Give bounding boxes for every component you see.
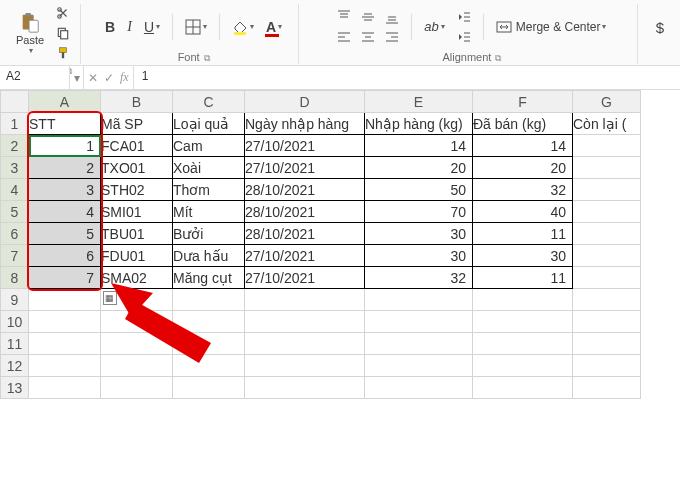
decrease-indent-button[interactable] — [453, 8, 475, 26]
cell-D1[interactable]: Ngày nhập hàng — [245, 113, 365, 135]
bold-button[interactable]: B — [101, 17, 119, 37]
cell-F5[interactable]: 40 — [473, 201, 573, 223]
align-bottom-button[interactable] — [381, 8, 403, 26]
column-header-C[interactable]: C — [173, 91, 245, 113]
name-box[interactable]: A2 — [0, 66, 70, 89]
fill-color-button[interactable]: ▾ — [228, 17, 258, 37]
cell-D12[interactable] — [245, 355, 365, 377]
cell-D5[interactable]: 28/10/2021 — [245, 201, 365, 223]
orientation-button[interactable]: ab▾ — [420, 17, 448, 36]
cell-A3[interactable]: 2 — [29, 157, 101, 179]
cell-D6[interactable]: 28/10/2021 — [245, 223, 365, 245]
cell-G8[interactable] — [573, 267, 641, 289]
cell-F8[interactable]: 11 — [473, 267, 573, 289]
cell-A9[interactable] — [29, 289, 101, 311]
cell-D8[interactable]: 27/10/2021 — [245, 267, 365, 289]
row-header-4[interactable]: 4 — [1, 179, 29, 201]
cell-D9[interactable] — [245, 289, 365, 311]
cell-E4[interactable]: 50 — [365, 179, 473, 201]
cell-F1[interactable]: Đã bán (kg) — [473, 113, 573, 135]
currency-button[interactable]: $ — [652, 17, 668, 38]
dialog-launcher-icon[interactable]: ⧉ — [495, 53, 501, 63]
row-header-3[interactable]: 3 — [1, 157, 29, 179]
font-color-button[interactable]: A ▾ — [262, 17, 286, 37]
row-header-10[interactable]: 10 — [1, 311, 29, 333]
column-header-F[interactable]: F — [473, 91, 573, 113]
cell-B13[interactable] — [101, 377, 173, 399]
align-middle-button[interactable] — [357, 8, 379, 26]
format-painter-button[interactable] — [52, 44, 74, 62]
merge-center-button[interactable]: Merge & Center ▾ — [492, 18, 611, 36]
cell-C8[interactable]: Măng cụt — [173, 267, 245, 289]
cell-B2[interactable]: FCA01 — [101, 135, 173, 157]
cell-B12[interactable] — [101, 355, 173, 377]
row-header-13[interactable]: 13 — [1, 377, 29, 399]
cell-C1[interactable]: Loại quả — [173, 113, 245, 135]
fx-icon[interactable]: fx — [120, 70, 129, 85]
cell-B1[interactable]: Mã SP — [101, 113, 173, 135]
row-header-9[interactable]: 9 — [1, 289, 29, 311]
cell-G13[interactable] — [573, 377, 641, 399]
cell-A6[interactable]: 5 — [29, 223, 101, 245]
column-header-D[interactable]: D — [245, 91, 365, 113]
copy-button[interactable] — [52, 24, 74, 42]
cell-E1[interactable]: Nhập hàng (kg) — [365, 113, 473, 135]
increase-indent-button[interactable] — [453, 28, 475, 46]
cell-F3[interactable]: 20 — [473, 157, 573, 179]
cell-C6[interactable]: Bưởi — [173, 223, 245, 245]
cell-B6[interactable]: TBU01 — [101, 223, 173, 245]
align-left-button[interactable] — [333, 28, 355, 46]
row-header-1[interactable]: 1 — [1, 113, 29, 135]
select-all-corner[interactable] — [1, 91, 29, 113]
column-header-G[interactable]: G — [573, 91, 641, 113]
align-top-button[interactable] — [333, 8, 355, 26]
cell-A5[interactable]: 4 — [29, 201, 101, 223]
cell-C4[interactable]: Thơm — [173, 179, 245, 201]
formula-input[interactable]: 1 — [134, 66, 680, 89]
cell-E6[interactable]: 30 — [365, 223, 473, 245]
column-header-E[interactable]: E — [365, 91, 473, 113]
cell-E5[interactable]: 70 — [365, 201, 473, 223]
cell-A1[interactable]: STT — [29, 113, 101, 135]
cell-G4[interactable] — [573, 179, 641, 201]
align-right-button[interactable] — [381, 28, 403, 46]
cell-E2[interactable]: 14 — [365, 135, 473, 157]
cell-F12[interactable] — [473, 355, 573, 377]
cell-C2[interactable]: Cam — [173, 135, 245, 157]
cell-E9[interactable] — [365, 289, 473, 311]
cell-G11[interactable] — [573, 333, 641, 355]
cell-E7[interactable]: 30 — [365, 245, 473, 267]
italic-button[interactable]: I — [123, 17, 136, 37]
cell-F9[interactable] — [473, 289, 573, 311]
cell-D7[interactable]: 27/10/2021 — [245, 245, 365, 267]
cell-G7[interactable] — [573, 245, 641, 267]
cell-E12[interactable] — [365, 355, 473, 377]
cell-D3[interactable]: 27/10/2021 — [245, 157, 365, 179]
cell-G9[interactable] — [573, 289, 641, 311]
cell-B10[interactable] — [101, 311, 173, 333]
cell-F10[interactable] — [473, 311, 573, 333]
cell-C5[interactable]: Mít — [173, 201, 245, 223]
cell-E8[interactable]: 32 — [365, 267, 473, 289]
column-header-B[interactable]: B — [101, 91, 173, 113]
cell-C13[interactable] — [173, 377, 245, 399]
cell-G10[interactable] — [573, 311, 641, 333]
paste-button[interactable]: Paste ▾ — [12, 10, 48, 57]
row-header-12[interactable]: 12 — [1, 355, 29, 377]
cell-B5[interactable]: SMI01 — [101, 201, 173, 223]
cell-D11[interactable] — [245, 333, 365, 355]
cell-C7[interactable]: Dưa hấu — [173, 245, 245, 267]
cell-G3[interactable] — [573, 157, 641, 179]
cell-C12[interactable] — [173, 355, 245, 377]
cell-A11[interactable] — [29, 333, 101, 355]
row-header-11[interactable]: 11 — [1, 333, 29, 355]
cell-F4[interactable]: 32 — [473, 179, 573, 201]
cell-D2[interactable]: 27/10/2021 — [245, 135, 365, 157]
cell-G1[interactable]: Còn lại ( — [573, 113, 641, 135]
cell-C3[interactable]: Xoài — [173, 157, 245, 179]
cell-G6[interactable] — [573, 223, 641, 245]
row-header-8[interactable]: 8 — [1, 267, 29, 289]
cell-E11[interactable] — [365, 333, 473, 355]
cell-G12[interactable] — [573, 355, 641, 377]
cell-C10[interactable] — [173, 311, 245, 333]
